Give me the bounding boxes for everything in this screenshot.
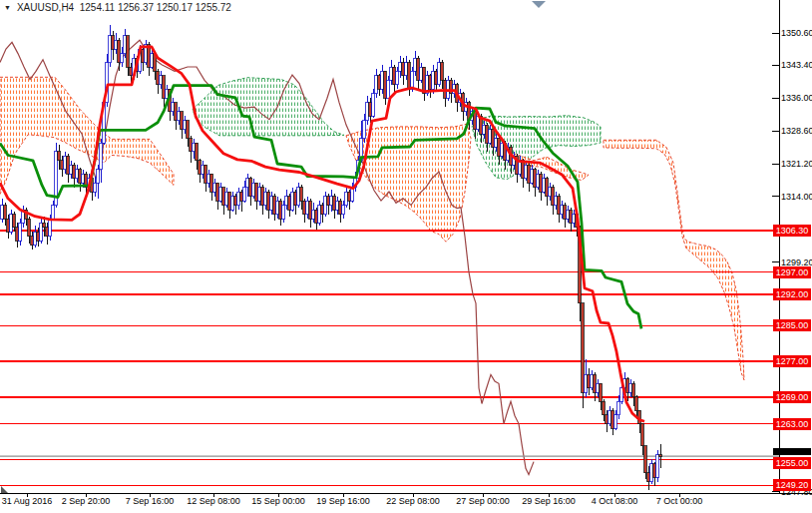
down-arrow-marker[interactable] xyxy=(532,1,546,8)
candlesticks xyxy=(1,25,661,490)
price-tick-1336.00: 1336.00 xyxy=(781,92,811,104)
ichimoku-cloud-3 xyxy=(346,124,471,242)
price-level-label-1269.00: 1269.00 xyxy=(773,391,811,403)
level-lines xyxy=(0,231,779,485)
price-tick-1343.40: 1343.40 xyxy=(781,59,811,71)
price-tick-1314.00: 1314.00 xyxy=(781,191,811,203)
price-level-label-1285.00: 1285.00 xyxy=(773,319,811,331)
collapse-icon[interactable]: ▼ xyxy=(4,3,11,13)
price-level-label-1249.20: 1249.20 xyxy=(773,479,811,491)
price-tick-1328.60: 1328.60 xyxy=(781,125,811,137)
chart-title: ▼ XAUUSD,H4 1254.11 1256.37 1250.17 1255… xyxy=(4,2,231,13)
time-label: 19 Sep 16:00 xyxy=(303,496,383,506)
price-level-label-1263.00: 1263.00 xyxy=(773,418,811,430)
tenkan-sen-line xyxy=(0,47,644,421)
price-level-label-1255.00: 1255.00 xyxy=(773,457,811,469)
chart-window: ▼ XAUUSD,H4 1254.11 1256.37 1250.17 1255… xyxy=(0,0,812,513)
ichimoku-cloud-6 xyxy=(604,140,744,379)
price-level-label-1297.00: 1297.00 xyxy=(773,266,811,278)
time-label: 22 Sep 08:00 xyxy=(373,496,453,506)
symbol-ohlc-text: XAUUSD,H4 1254.11 1256.37 1250.17 1255.7… xyxy=(17,2,231,13)
price-tick-1350.60: 1350.60 xyxy=(781,27,811,39)
bid-price-label xyxy=(773,448,811,455)
price-level-label-1277.00: 1277.00 xyxy=(773,355,811,367)
price-tick-1321.20: 1321.20 xyxy=(781,158,811,170)
price-level-label-1306.30: 1306.30 xyxy=(773,225,811,237)
time-label: 7 Oct 00:00 xyxy=(639,496,719,506)
scroll-corner-icon xyxy=(1,486,8,493)
price-level-label-1292.00: 1292.00 xyxy=(773,288,811,300)
ichimoku-cloud-2 xyxy=(193,78,344,136)
price-chart-canvas[interactable] xyxy=(0,0,812,513)
